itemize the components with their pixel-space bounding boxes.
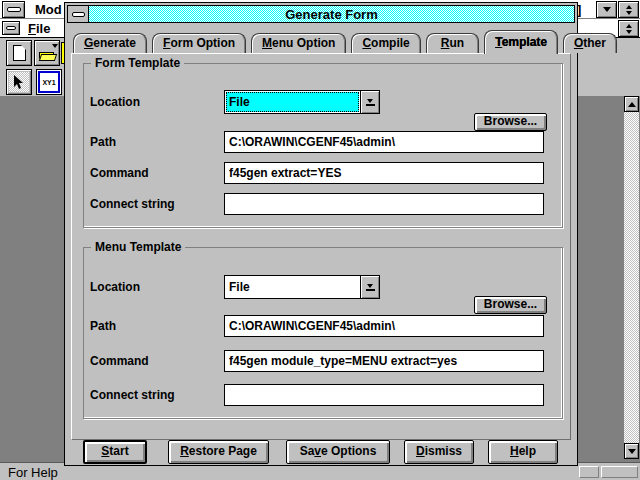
form-path-input[interactable] bbox=[224, 131, 544, 153]
menu-template-group-label: Menu Template bbox=[91, 240, 185, 254]
menu-connect-row: Connect string bbox=[90, 383, 558, 408]
form-location-combobox[interactable]: File bbox=[224, 90, 380, 114]
system-menu-icon bbox=[72, 12, 85, 17]
new-document-icon bbox=[13, 45, 26, 61]
menu-location-label: Location bbox=[90, 275, 222, 299]
combo-dropdown-icon bbox=[367, 284, 373, 288]
status-panel-2 bbox=[601, 466, 638, 478]
form-browse-button[interactable]: Browse... bbox=[474, 113, 547, 131]
menu-location-combobox[interactable]: File bbox=[224, 275, 380, 299]
form-path-label: Path bbox=[90, 130, 222, 154]
tab-strip: Generate Form Option Menu Option Compile… bbox=[73, 30, 617, 54]
dismiss-button[interactable]: Dismiss bbox=[404, 440, 474, 464]
child-restore-button[interactable] bbox=[618, 20, 639, 37]
menu-file-rest: ile bbox=[36, 21, 50, 36]
form-template-group: Form Template Location File Browse... Pa… bbox=[83, 63, 563, 228]
menu-file-mnemonic: F bbox=[28, 21, 36, 36]
xy1-tool-button[interactable]: XY1 bbox=[36, 69, 62, 95]
menu-item-file[interactable]: File bbox=[28, 21, 50, 36]
menu-connect-label: Connect string bbox=[90, 383, 222, 407]
tab-generate[interactable]: Generate bbox=[73, 33, 147, 53]
system-menu-icon bbox=[6, 26, 16, 30]
menu-location-value: File bbox=[226, 277, 359, 297]
tab-run[interactable]: Run bbox=[426, 33, 479, 53]
scrollbar-up-button[interactable] bbox=[624, 96, 639, 112]
menu-path-row: Path bbox=[90, 314, 558, 339]
scrollbar-up-icon bbox=[628, 102, 636, 107]
child-system-menu-button[interactable] bbox=[2, 21, 20, 35]
form-location-row: Location File bbox=[90, 90, 558, 115]
tab-template[interactable]: Template bbox=[484, 30, 558, 54]
menu-command-label: Command bbox=[90, 349, 222, 373]
form-path-row: Path bbox=[90, 130, 558, 155]
app-system-menu-button[interactable] bbox=[2, 1, 25, 18]
form-location-value: File bbox=[226, 92, 359, 112]
form-command-input[interactable] bbox=[224, 162, 544, 184]
pointer-tool-button[interactable] bbox=[6, 69, 32, 95]
status-panel-1 bbox=[579, 466, 599, 478]
app-title: Mod bbox=[35, 2, 62, 17]
tab-content-pane: Form Template Location File Browse... Pa… bbox=[71, 53, 571, 440]
vertical-scrollbar[interactable] bbox=[624, 96, 639, 459]
dialog-system-menu-button[interactable] bbox=[68, 6, 89, 22]
menu-command-row: Command bbox=[90, 349, 558, 374]
form-command-label: Command bbox=[90, 161, 222, 185]
xy1-label: XY1 bbox=[42, 79, 55, 86]
menu-path-label: Path bbox=[90, 314, 222, 338]
pointer-arrow-icon bbox=[13, 75, 25, 90]
minimize-button[interactable] bbox=[596, 1, 617, 18]
save-options-button[interactable]: Save Options bbox=[286, 440, 390, 464]
help-button[interactable]: Help bbox=[488, 440, 558, 464]
form-location-dropdown-button[interactable] bbox=[360, 91, 379, 113]
tab-menu-option[interactable]: Menu Option bbox=[251, 33, 346, 53]
form-connect-row: Connect string bbox=[90, 192, 558, 217]
system-menu-icon bbox=[7, 7, 21, 12]
form-connect-input[interactable] bbox=[224, 193, 544, 215]
tab-compile[interactable]: Compile bbox=[351, 33, 420, 53]
restore-button[interactable] bbox=[618, 1, 639, 18]
form-connect-label: Connect string bbox=[90, 192, 222, 216]
start-button[interactable]: Start bbox=[83, 440, 147, 464]
restore-icon bbox=[626, 24, 632, 34]
scrollbar-down-button[interactable] bbox=[624, 443, 639, 459]
form-template-group-label: Form Template bbox=[91, 56, 184, 70]
tab-form-option[interactable]: Form Option bbox=[152, 33, 246, 53]
menu-connect-input[interactable] bbox=[224, 384, 544, 406]
combo-dropdown-underline bbox=[366, 104, 375, 106]
menu-command-input[interactable] bbox=[224, 350, 544, 372]
dialog-title: Generate Form bbox=[285, 7, 377, 22]
restore-page-button[interactable]: Restore Page bbox=[168, 440, 269, 464]
restore-icon bbox=[626, 5, 632, 15]
open-file-button[interactable] bbox=[34, 40, 60, 66]
combo-dropdown-underline bbox=[366, 289, 375, 291]
form-location-label: Location bbox=[90, 90, 222, 114]
minimize-icon bbox=[603, 7, 611, 12]
menu-path-input[interactable] bbox=[224, 315, 544, 337]
menu-browse-button[interactable]: Browse... bbox=[474, 296, 547, 314]
tab-other[interactable]: Other bbox=[563, 33, 617, 53]
generate-form-dialog: Generate Form Generate Form Option Menu … bbox=[64, 2, 578, 466]
menu-location-dropdown-button[interactable] bbox=[360, 276, 379, 298]
combo-dropdown-icon bbox=[367, 99, 373, 103]
form-command-row: Command bbox=[90, 161, 558, 186]
menu-template-group: Menu Template Location File Browse... Pa… bbox=[83, 247, 563, 419]
open-folder-icon bbox=[39, 50, 56, 61]
scrollbar-down-icon bbox=[628, 449, 636, 454]
dialog-title-bar[interactable]: Generate Form bbox=[67, 5, 575, 23]
status-message: For Help bbox=[8, 465, 58, 480]
new-document-button[interactable] bbox=[6, 40, 32, 66]
